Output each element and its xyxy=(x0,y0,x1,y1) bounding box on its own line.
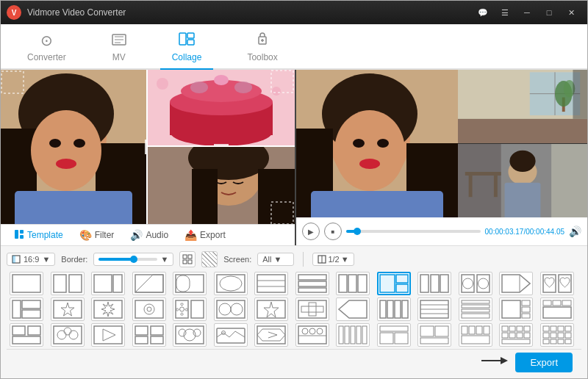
template-round[interactable] xyxy=(173,272,207,295)
menu-button[interactable]: ☰ xyxy=(495,5,515,20)
template-single[interactable] xyxy=(10,272,43,295)
progress-bar[interactable] xyxy=(346,230,481,233)
template-2col[interactable] xyxy=(51,272,85,295)
canvas-cell-top-right[interactable] xyxy=(148,70,295,147)
svg-rect-83 xyxy=(176,275,190,292)
svg-rect-61 xyxy=(505,182,541,217)
template-oval[interactable] xyxy=(214,272,248,295)
maximize-button[interactable]: □ xyxy=(539,5,559,20)
app-window: V Vidmore Video Converter 💬 ☰ ─ □ ✕ ⊙ Co… xyxy=(0,0,588,379)
minimize-button[interactable]: ─ xyxy=(517,5,537,20)
chat-button[interactable]: 💬 xyxy=(473,5,493,20)
hatch-button[interactable] xyxy=(201,251,218,267)
svg-rect-92 xyxy=(339,275,347,292)
template-photo[interactable] xyxy=(214,323,248,347)
svg-point-14 xyxy=(74,139,85,148)
svg-point-43 xyxy=(334,110,405,191)
svg-rect-32 xyxy=(192,169,218,224)
svg-rect-187 xyxy=(420,338,448,344)
template-lines6[interactable] xyxy=(499,297,533,321)
tab-mv[interactable]: MV xyxy=(100,26,138,70)
main-content: Template 🎨 Filter 🔊 Audio 📤 Export xyxy=(1,70,587,245)
template-grid4[interactable] xyxy=(540,323,574,347)
audio-icon: 🔊 xyxy=(130,229,143,241)
progress-knob[interactable] xyxy=(354,228,361,235)
template-label: Template xyxy=(27,230,63,240)
template-arrow-r[interactable] xyxy=(499,272,533,295)
tab-converter[interactable]: ⊙ Converter xyxy=(15,26,78,70)
play-button[interactable]: ▶ xyxy=(302,223,320,240)
stop-button[interactable]: ■ xyxy=(324,223,342,240)
svg-point-118 xyxy=(180,307,184,311)
fraction-button[interactable]: 1/2 ▼ xyxy=(312,253,354,266)
border-control[interactable]: ▼ xyxy=(93,253,173,266)
template-diag[interactable] xyxy=(132,272,166,295)
template-misc[interactable] xyxy=(295,323,329,347)
svg-rect-1 xyxy=(179,33,186,45)
template-star3[interactable] xyxy=(254,297,288,321)
template-star2[interactable] xyxy=(91,297,125,321)
border-slider[interactable] xyxy=(98,258,157,261)
template-flower[interactable] xyxy=(173,297,207,321)
template-3row[interactable] xyxy=(254,272,288,295)
svg-rect-196 xyxy=(524,326,530,331)
tab-collage[interactable]: Collage xyxy=(160,26,214,70)
template-sq2[interactable] xyxy=(132,323,166,347)
photo-girl-small xyxy=(148,147,295,224)
template-cross[interactable] xyxy=(295,297,329,321)
audio-button[interactable]: 🔊 Audio xyxy=(123,226,176,244)
svg-point-173 xyxy=(302,328,308,334)
template-3row-eq[interactable] xyxy=(295,272,329,295)
svg-rect-69 xyxy=(183,255,187,259)
template-3col[interactable] xyxy=(417,272,451,295)
template-grid2[interactable] xyxy=(459,323,492,347)
template-lines9[interactable] xyxy=(417,323,451,347)
export-button[interactable]: Export xyxy=(515,353,573,372)
template-5col[interactable] xyxy=(336,323,370,347)
ratio-chevron: ▼ xyxy=(42,255,50,264)
tab-toolbox[interactable]: Toolbox xyxy=(235,26,289,70)
volume-icon[interactable]: 🔊 xyxy=(569,225,581,237)
template-grid3[interactable] xyxy=(499,323,533,347)
template-4col[interactable] xyxy=(377,297,411,321)
template-circ3[interactable] xyxy=(173,323,207,347)
svg-marker-124 xyxy=(264,302,279,317)
template-hearts[interactable] xyxy=(540,272,574,295)
canvas-cell-bottom-right[interactable] xyxy=(148,147,295,224)
close-button[interactable]: ✕ xyxy=(561,5,581,20)
svg-rect-91 xyxy=(298,288,326,292)
template-lines8[interactable] xyxy=(377,323,411,347)
template-2-1[interactable] xyxy=(377,272,411,295)
template-circles[interactable] xyxy=(214,297,248,321)
template-lines5[interactable] xyxy=(459,297,492,321)
template-circ-sq[interactable] xyxy=(459,272,492,295)
template-lines7[interactable] xyxy=(540,297,574,321)
template-circ2[interactable] xyxy=(51,323,85,347)
svg-rect-200 xyxy=(524,333,530,338)
template-3col-mix[interactable] xyxy=(336,272,370,295)
screen-select[interactable]: All ▼ xyxy=(257,253,294,266)
template-button[interactable]: Template xyxy=(7,226,71,245)
svg-point-26 xyxy=(157,78,168,90)
template-play[interactable] xyxy=(91,323,125,347)
template-2col-w[interactable] xyxy=(91,272,125,295)
svg-rect-141 xyxy=(502,300,520,318)
time-current: 00:00:03.17 xyxy=(485,228,524,236)
grid-icon-button[interactable] xyxy=(179,251,196,267)
filter-button[interactable]: 🎨 Filter xyxy=(72,226,122,244)
svg-rect-179 xyxy=(351,326,355,344)
svg-rect-103 xyxy=(477,275,490,292)
template-arrow-l[interactable] xyxy=(336,297,370,321)
svg-point-122 xyxy=(231,303,243,315)
template-flag[interactable] xyxy=(10,297,43,321)
hatch-pattern xyxy=(202,252,217,267)
template-star[interactable] xyxy=(51,297,85,321)
border-slider-knob[interactable] xyxy=(130,256,137,263)
template-flag2[interactable] xyxy=(10,323,43,347)
canvas-cell-left[interactable] xyxy=(1,70,148,224)
template-gear[interactable] xyxy=(132,297,166,321)
template-play2[interactable] xyxy=(254,323,288,347)
ratio-button[interactable]: 16:9 ▼ xyxy=(7,253,55,266)
template-lines4[interactable] xyxy=(417,297,451,321)
export-btn-editor[interactable]: 📤 Export xyxy=(177,226,233,244)
